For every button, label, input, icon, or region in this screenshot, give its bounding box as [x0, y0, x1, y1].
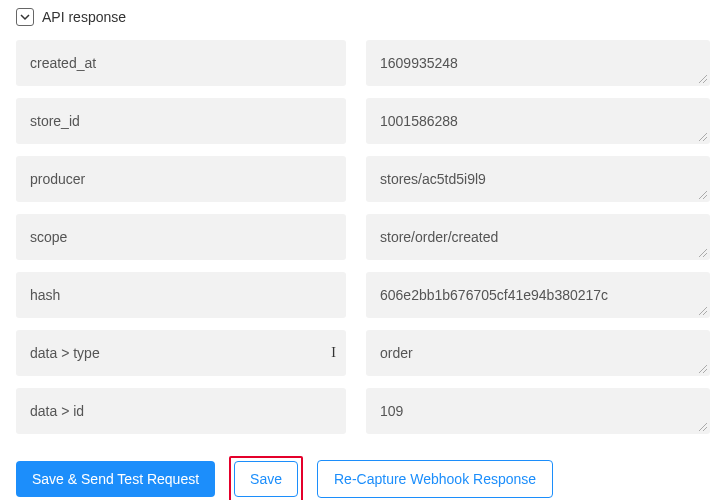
field-key[interactable]: store_id: [16, 98, 346, 144]
field-value[interactable]: order: [366, 330, 710, 376]
field-value-text: order: [380, 345, 413, 361]
resize-handle-icon: [697, 73, 707, 83]
field-value[interactable]: 1001586288: [366, 98, 710, 144]
field-key[interactable]: data > id: [16, 388, 346, 434]
section-header: API response: [16, 8, 710, 26]
field-value[interactable]: stores/ac5td5i9l9: [366, 156, 710, 202]
field-row: hash 606e2bb1b676705cf41e94b380217c: [16, 272, 710, 318]
field-key-text: data > type: [30, 345, 100, 361]
field-key[interactable]: created_at: [16, 40, 346, 86]
resize-handle-icon: [697, 189, 707, 199]
field-value-text: 1609935248: [380, 55, 458, 71]
chevron-down-icon: [20, 12, 30, 22]
field-key[interactable]: scope: [16, 214, 346, 260]
resize-handle-icon: [697, 131, 707, 141]
field-row: data > type I order: [16, 330, 710, 376]
text-cursor-icon: I: [331, 345, 336, 361]
field-value-text: 109: [380, 403, 403, 419]
field-row: store_id 1001586288: [16, 98, 710, 144]
field-value[interactable]: 1609935248: [366, 40, 710, 86]
field-row: producer stores/ac5td5i9l9: [16, 156, 710, 202]
recapture-webhook-button[interactable]: Re-Capture Webhook Response: [317, 460, 553, 498]
field-value-text: stores/ac5td5i9l9: [380, 171, 486, 187]
save-send-test-button[interactable]: Save & Send Test Request: [16, 461, 215, 497]
field-row: scope store/order/created: [16, 214, 710, 260]
field-value-text: store/order/created: [380, 229, 498, 245]
field-row: created_at 1609935248: [16, 40, 710, 86]
save-button[interactable]: Save: [234, 461, 298, 497]
field-key[interactable]: hash: [16, 272, 346, 318]
resize-handle-icon: [697, 421, 707, 431]
collapse-toggle[interactable]: [16, 8, 34, 26]
field-value[interactable]: 606e2bb1b676705cf41e94b380217c: [366, 272, 710, 318]
field-rows: created_at 1609935248 store_id 100158628…: [16, 40, 710, 434]
resize-handle-icon: [697, 305, 707, 315]
resize-handle-icon: [697, 247, 707, 257]
save-button-highlight: Save: [229, 456, 303, 500]
field-value[interactable]: store/order/created: [366, 214, 710, 260]
field-value-text: 1001586288: [380, 113, 458, 129]
button-row: Save & Send Test Request Save Re-Capture…: [16, 456, 710, 500]
field-value[interactable]: 109: [366, 388, 710, 434]
field-key[interactable]: producer: [16, 156, 346, 202]
section-title: API response: [42, 9, 126, 25]
resize-handle-icon: [697, 363, 707, 373]
field-value-text: 606e2bb1b676705cf41e94b380217c: [380, 287, 608, 303]
field-key[interactable]: data > type I: [16, 330, 346, 376]
field-row: data > id 109: [16, 388, 710, 434]
